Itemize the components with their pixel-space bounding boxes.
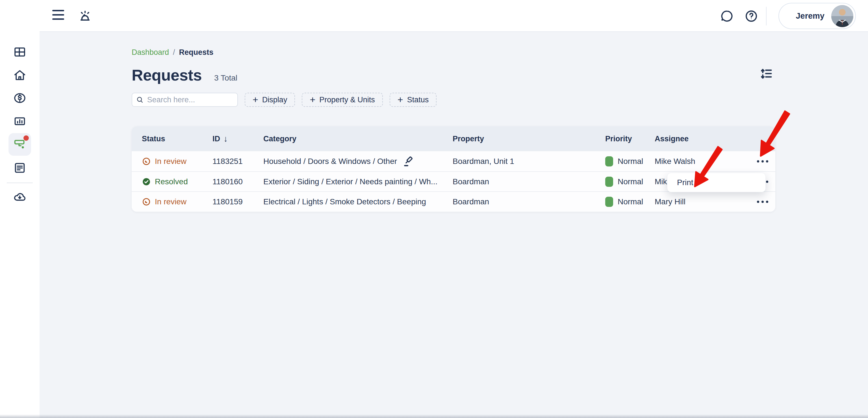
search-input[interactable]: [147, 95, 234, 104]
search-box: [132, 93, 238, 107]
dashboard-grid-icon: [13, 46, 26, 59]
breadcrumb-dashboard-link[interactable]: Dashboard: [132, 48, 169, 57]
help-icon[interactable]: [744, 9, 758, 23]
category-label: Exterior / Siding / Exterior / Needs pai…: [264, 177, 437, 186]
main-content: Dashboard / Requests Requests 3 Total + …: [39, 32, 868, 418]
actions-cell: [756, 157, 769, 165]
money-icon: [13, 92, 26, 104]
status-icon: [142, 177, 151, 186]
priority-color-square: [605, 177, 613, 187]
sidebar: [0, 0, 39, 418]
filter-status-button[interactable]: + Status: [390, 93, 437, 107]
sidebar-item-reports[interactable]: [8, 110, 31, 132]
column-header-category[interactable]: Category: [264, 135, 453, 143]
column-header-assignee[interactable]: Assignee: [655, 135, 756, 143]
column-header-id[interactable]: ID ↓: [213, 134, 264, 144]
topbar-right: Jeremy: [39, 0, 868, 32]
table-row[interactable]: In review 1180159 Electrical / Lights / …: [132, 191, 775, 211]
priority-label: Normal: [618, 177, 643, 186]
topbar-divider: [766, 7, 767, 25]
assignee-label: Mike Walsh: [655, 157, 756, 166]
sidebar-item-maintenance[interactable]: [8, 133, 31, 156]
breadcrumb: Dashboard / Requests: [132, 48, 213, 57]
reports-icon: [13, 115, 26, 128]
row-actions-menu-button[interactable]: [756, 198, 769, 206]
status-label: In review: [155, 197, 186, 206]
category-label: Household / Doors & Windows / Other: [264, 157, 397, 166]
category-cell: Electrical / Lights / Smoke Detectors / …: [264, 197, 453, 206]
priority-cell: Normal: [605, 177, 655, 187]
sidebar-item-home[interactable]: [8, 64, 31, 87]
breadcrumb-separator: /: [173, 48, 175, 57]
request-id: 1183251: [213, 157, 264, 166]
plus-icon: +: [398, 95, 403, 104]
request-id: 1180160: [213, 177, 264, 186]
total-count: 3 Total: [214, 73, 237, 83]
request-id: 1180159: [213, 197, 264, 206]
row-height-icon[interactable]: [760, 67, 774, 80]
gavel-icon: [403, 155, 414, 167]
priority-color-square: [605, 156, 613, 167]
sidebar-item-documents[interactable]: [8, 156, 31, 179]
bottom-edge-shadow: [0, 414, 868, 418]
actions-cell: [756, 198, 769, 206]
topbar: Jeremy: [39, 0, 868, 32]
status-icon: [142, 197, 151, 206]
filter-display-button[interactable]: + Display: [245, 93, 295, 107]
table-row[interactable]: In review 1183251 Household / Doors & Wi…: [132, 151, 775, 171]
property-label: Boardman: [453, 177, 605, 186]
breadcrumb-current: Requests: [179, 48, 214, 57]
priority-cell: Normal: [605, 156, 655, 167]
category-label: Electrical / Lights / Smoke Detectors / …: [264, 197, 426, 206]
row-actions-menu-button[interactable]: [756, 157, 769, 165]
status-cell: Resolved: [142, 177, 213, 186]
status-cell: In review: [142, 197, 213, 206]
sidebar-divider: [7, 183, 33, 183]
documents-icon: [13, 161, 26, 174]
priority-color-square: [605, 197, 613, 207]
category-cell: Household / Doors & Windows / Other: [264, 155, 453, 167]
table-header: Status ID ↓ Category Property Priority A…: [132, 126, 775, 151]
user-menu[interactable]: Jeremy: [778, 3, 856, 29]
avatar: [831, 5, 853, 27]
page-title: Requests: [132, 66, 202, 84]
assignee-label: Mary Hill: [655, 197, 756, 206]
column-header-priority[interactable]: Priority: [605, 135, 655, 143]
sidebar-item-cloud-download[interactable]: [8, 185, 31, 208]
category-cell: Exterior / Siding / Exterior / Needs pai…: [264, 177, 453, 186]
status-cell: In review: [142, 157, 213, 166]
status-label: Resolved: [155, 177, 188, 186]
status-icon: [142, 157, 151, 166]
priority-label: Normal: [618, 197, 643, 206]
chat-icon[interactable]: [720, 9, 734, 23]
controls-row: + Display + Property & Units + Status: [132, 93, 437, 107]
priority-label: Normal: [618, 157, 643, 166]
sidebar-item-money[interactable]: [8, 87, 31, 109]
priority-cell: Normal: [605, 197, 655, 207]
property-label: Boardman, Unit 1: [453, 157, 605, 166]
sort-desc-icon: ↓: [223, 134, 228, 144]
home-icon: [13, 69, 26, 82]
status-label: In review: [155, 157, 186, 166]
column-header-property[interactable]: Property: [453, 135, 605, 143]
property-label: Boardman: [453, 197, 605, 206]
context-menu: Print: [667, 173, 766, 192]
context-menu-item-print[interactable]: Print: [677, 178, 693, 187]
filter-property-units-button[interactable]: + Property & Units: [302, 93, 382, 107]
user-name: Jeremy: [796, 11, 825, 21]
sidebar-item-dashboard[interactable]: [8, 41, 31, 63]
search-icon: [136, 95, 144, 104]
plus-icon: +: [253, 95, 258, 104]
requests-table: Status ID ↓ Category Property Priority A…: [132, 126, 775, 212]
notification-dot: [24, 136, 29, 141]
plus-icon: +: [310, 95, 315, 104]
column-header-status[interactable]: Status: [142, 135, 213, 143]
cloud-download-icon: [13, 190, 26, 203]
title-row: Requests 3 Total: [132, 66, 237, 84]
